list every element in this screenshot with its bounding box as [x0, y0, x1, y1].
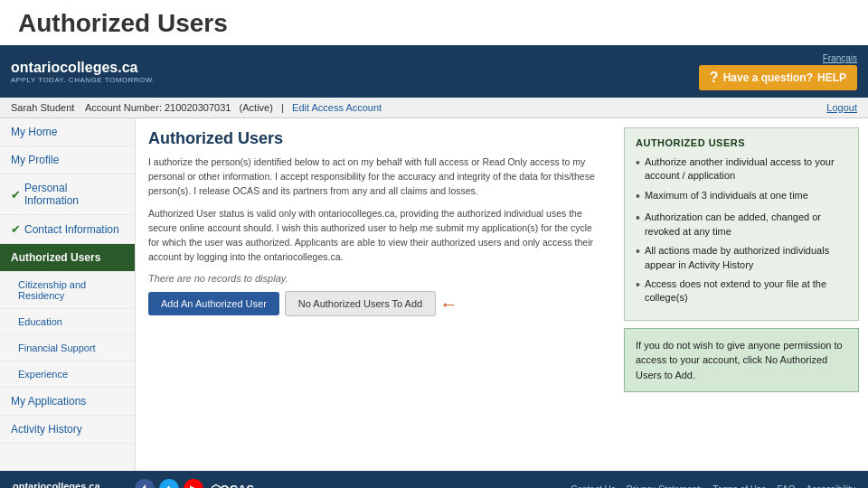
sidebar-item-authorized-users[interactable]: Authorized Users: [0, 244, 135, 272]
header-right: Français ? Have a question? HELP: [699, 53, 857, 90]
question-icon: ?: [710, 70, 719, 86]
sidebar: My Home My Profile ✔ Personal Informatio…: [0, 118, 136, 471]
content-title: Authorized Users: [148, 129, 602, 148]
logo-main: ontariocolleges.ca: [11, 60, 155, 76]
bullet-text-5: Access does not extend to your file at t…: [645, 277, 847, 305]
info-box: AUTHORIZED USERS • Authorize another ind…: [624, 127, 859, 321]
logout-link[interactable]: Logout: [826, 102, 857, 113]
ocas-logo: ⬡OCAS: [211, 483, 255, 489]
bullet-icon-3: •: [636, 210, 640, 228]
footer-logo-area: ontariocolleges.ca APPLY TODAY. CHANGE T…: [13, 481, 127, 489]
bullet-icon-4: •: [636, 243, 640, 261]
tip-box: If you do not wish to give anyone permis…: [624, 328, 859, 393]
check-icon-contact: ✔: [11, 222, 21, 236]
add-authorized-user-button[interactable]: Add An Authorized User: [148, 292, 279, 315]
sidebar-item-financial[interactable]: Financial Support: [0, 335, 135, 361]
bullet-text-2: Maximum of 3 individuals at one time: [645, 189, 808, 202]
bullet-text-1: Authorize another individual access to y…: [645, 155, 847, 183]
no-records-text: There are no records to display.: [148, 273, 602, 284]
francais-link[interactable]: Français: [823, 53, 857, 63]
content-body-1: I authorize the person(s) identified bel…: [148, 155, 602, 198]
footer-accessibility-link[interactable]: Accessibility: [807, 484, 855, 489]
social-icons: f t ▶: [135, 479, 203, 488]
info-panel: AUTHORIZED USERS • Authorize another ind…: [615, 118, 868, 471]
sub-header: Sarah Student Account Number: 2100203070…: [0, 98, 868, 118]
twitter-icon[interactable]: t: [159, 479, 179, 488]
header-bar: ontariocolleges.ca APPLY TODAY. CHANGE T…: [0, 45, 868, 98]
bullet-icon-1: •: [636, 155, 640, 173]
footer-right: Contact Us Privacy Statement: Terms of U…: [571, 484, 855, 489]
footer: ontariocolleges.ca APPLY TODAY. CHANGE T…: [0, 471, 868, 488]
bullet-text-4: All actions made by authorized individua…: [645, 244, 847, 272]
main-container: ontariocolleges.ca APPLY TODAY. CHANGE T…: [0, 45, 868, 488]
main-content: Authorized Users I authorize the person(…: [136, 118, 615, 471]
sidebar-item-personal-info[interactable]: ✔ Personal Information: [0, 174, 135, 215]
sidebar-item-citizenship[interactable]: Citizenship and Residency: [0, 272, 135, 309]
sidebar-item-activity-history[interactable]: Activity History: [0, 416, 135, 444]
sidebar-item-contact-info[interactable]: ✔ Contact Information: [0, 215, 135, 244]
edit-access-link[interactable]: Edit Access Account: [292, 102, 382, 113]
help-label: HELP: [817, 71, 846, 84]
bullet-5: • Access does not extend to your file at…: [636, 277, 847, 305]
content-area: My Home My Profile ✔ Personal Informatio…: [0, 118, 868, 471]
footer-left: ontariocolleges.ca APPLY TODAY. CHANGE T…: [13, 479, 254, 488]
contact-info-label: Contact Information: [24, 223, 119, 236]
sidebar-item-education[interactable]: Education: [0, 309, 135, 335]
content-body-2: Authorized User status is valid only wit…: [148, 207, 602, 264]
footer-faq-link[interactable]: FAQ: [778, 484, 796, 489]
footer-logo: ontariocolleges.ca: [13, 481, 127, 489]
no-authorized-users-button[interactable]: No Authorized Users To Add: [285, 291, 436, 316]
arrow-icon: ←: [439, 294, 458, 314]
header-logo: ontariocolleges.ca APPLY TODAY. CHANGE T…: [11, 60, 155, 84]
footer-terms-link[interactable]: Terms of Use: [713, 484, 767, 489]
sidebar-item-my-profile[interactable]: My Profile: [0, 146, 135, 174]
bullet-icon-5: •: [636, 277, 640, 295]
footer-privacy-link[interactable]: Privacy Statement:: [627, 484, 703, 489]
personal-info-label: Personal Information: [24, 182, 124, 207]
bullet-2: • Maximum of 3 individuals at one time: [636, 189, 847, 206]
sidebar-item-my-applications[interactable]: My Applications: [0, 388, 135, 416]
sidebar-item-experience[interactable]: Experience: [0, 361, 135, 388]
page-title: Authorized Users: [0, 0, 868, 45]
youtube-icon[interactable]: ▶: [184, 479, 203, 488]
button-area: Add An Authorized User No Authorized Use…: [148, 291, 602, 316]
sidebar-item-my-home[interactable]: My Home: [0, 118, 135, 146]
have-question-text: Have a question?: [723, 71, 813, 84]
footer-contact-link[interactable]: Contact Us: [571, 484, 615, 489]
separator: |: [281, 102, 284, 113]
help-button[interactable]: ? Have a question? HELP: [699, 65, 857, 90]
facebook-icon[interactable]: f: [135, 479, 155, 488]
user-name: Sarah Student: [11, 102, 74, 113]
bullet-4: • All actions made by authorized individ…: [636, 244, 847, 272]
check-icon-personal: ✔: [11, 188, 21, 202]
info-box-title: AUTHORIZED USERS: [636, 137, 847, 148]
logo-sub: APPLY TODAY. CHANGE TOMORROW.: [11, 76, 155, 84]
bullet-text-3: Authorization can be added, changed or r…: [645, 211, 847, 239]
info-bullets: • Authorize another individual access to…: [636, 155, 847, 305]
bullet-3: • Authorization can be added, changed or…: [636, 211, 847, 239]
bullet-icon-2: •: [636, 188, 640, 206]
user-info: Sarah Student Account Number: 2100203070…: [11, 102, 382, 113]
bullet-1: • Authorize another individual access to…: [636, 155, 847, 183]
account-status: (Active): [240, 102, 273, 113]
account-number: Account Number: 210020307031: [85, 102, 231, 113]
